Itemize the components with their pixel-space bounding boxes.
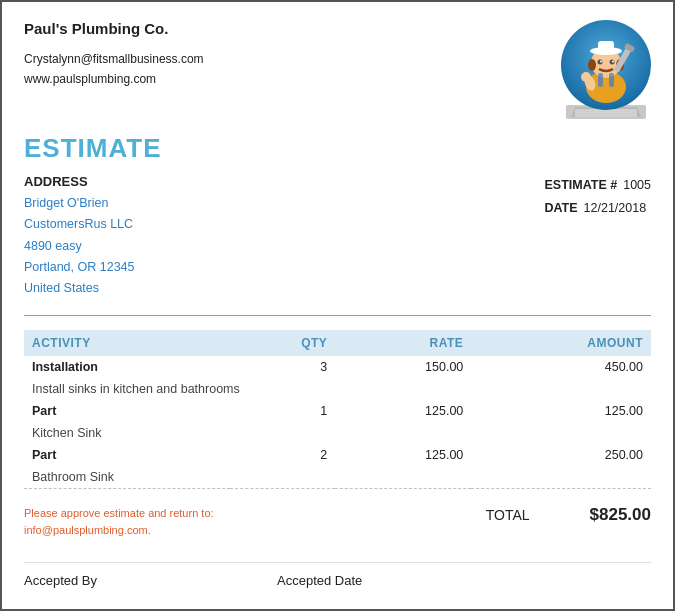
total-value: $825.00 [590, 505, 651, 525]
footer-note-line2: info@paulsplumbing.com. [24, 522, 214, 540]
row1-qty: 3 [230, 356, 336, 378]
estimate-number-value: 1005 [623, 174, 651, 197]
svg-rect-17 [575, 109, 637, 117]
col-activity: ACTIVITY [24, 330, 230, 356]
table-header-row: ACTIVITY QTY RATE AMOUNT [24, 330, 651, 356]
row2-amount: 125.00 [471, 400, 651, 422]
plumber-svg [570, 25, 642, 105]
row2-qty: 1 [230, 400, 336, 422]
total-label: TOTAL [486, 507, 530, 523]
dashed-separator [24, 489, 651, 493]
row2-desc: Kitchen Sink [32, 426, 101, 440]
address-street: 4890 easy [24, 236, 135, 257]
estimate-meta: ESTIMATE # 1005 DATE 12/21/2018 [544, 174, 651, 219]
table-body: Installation 3 150.00 450.00 Install sin… [24, 356, 651, 493]
table-row-desc: Bathroom Sink [24, 466, 651, 489]
company-contact: Crystalynn@fitsmallbusiness.com www.paul… [24, 49, 204, 90]
footer-section: Please approve estimate and return to: i… [24, 501, 651, 540]
logo-wrapper [561, 20, 651, 119]
row1-rate: 150.00 [335, 356, 471, 378]
table-row-desc: Install sinks in kitchen and bathrooms [24, 378, 651, 400]
estimate-date-row: DATE 12/21/2018 [544, 197, 651, 220]
estimate-number-row: ESTIMATE # 1005 [544, 174, 651, 197]
address-section: ADDRESS Bridget O'Brien CustomersRus LLC… [24, 174, 651, 299]
row3-rate: 125.00 [335, 444, 471, 466]
col-amount: AMOUNT [471, 330, 651, 356]
footer-note: Please approve estimate and return to: i… [24, 505, 214, 540]
address-label: ADDRESS [24, 174, 135, 189]
svg-rect-3 [598, 41, 614, 53]
svg-rect-15 [609, 73, 614, 87]
row1-amount: 450.00 [471, 356, 651, 378]
col-rate: RATE [335, 330, 471, 356]
accepted-section: Accepted By Accepted Date [24, 562, 651, 588]
estimate-date-label: DATE [544, 197, 577, 220]
accepted-date-label: Accepted Date [277, 573, 362, 588]
address-country: United States [24, 278, 135, 299]
company-info: Paul's Plumbing Co. Crystalynn@fitsmallb… [24, 20, 204, 90]
header-divider [24, 315, 651, 316]
estimate-title: ESTIMATE [24, 133, 651, 164]
address-name: Bridget O'Brien [24, 193, 135, 214]
estimate-number-label: ESTIMATE # [544, 174, 617, 197]
svg-point-4 [588, 59, 596, 71]
accepted-by-label: Accepted By [24, 573, 97, 588]
table-row: Installation 3 150.00 450.00 [24, 356, 651, 378]
row1-activity: Installation [32, 360, 98, 374]
total-block: TOTAL $825.00 [486, 505, 651, 525]
header: Paul's Plumbing Co. Crystalynn@fitsmallb… [24, 20, 651, 119]
row3-desc: Bathroom Sink [32, 470, 114, 484]
row1-desc: Install sinks in kitchen and bathrooms [32, 382, 240, 396]
address-block: ADDRESS Bridget O'Brien CustomersRus LLC… [24, 174, 135, 299]
company-email: Crystalynn@fitsmallbusiness.com [24, 49, 204, 69]
company-website: www.paulsplumbing.com [24, 69, 204, 89]
table-row: Part 2 125.00 250.00 [24, 444, 651, 466]
svg-point-13 [581, 72, 591, 82]
address-company: CustomersRus LLC [24, 214, 135, 235]
company-name: Paul's Plumbing Co. [24, 20, 204, 37]
table-row-desc: Kitchen Sink [24, 422, 651, 444]
address-city: Portland, OR 12345 [24, 257, 135, 278]
row3-amount: 250.00 [471, 444, 651, 466]
logo-circle [561, 20, 651, 110]
footer-note-line1: Please approve estimate and return to: [24, 505, 214, 523]
col-qty: QTY [230, 330, 336, 356]
svg-rect-14 [598, 73, 603, 87]
row2-activity: Part [32, 404, 56, 418]
svg-point-9 [612, 61, 614, 63]
estimate-table: ACTIVITY QTY RATE AMOUNT Installation 3 … [24, 330, 651, 493]
row2-rate: 125.00 [335, 400, 471, 422]
svg-point-8 [600, 61, 602, 63]
address-text: Bridget O'Brien CustomersRus LLC 4890 ea… [24, 193, 135, 299]
row3-qty: 2 [230, 444, 336, 466]
table-row: Part 1 125.00 125.00 [24, 400, 651, 422]
estimate-date-value: 12/21/2018 [584, 197, 647, 220]
row3-activity: Part [32, 448, 56, 462]
